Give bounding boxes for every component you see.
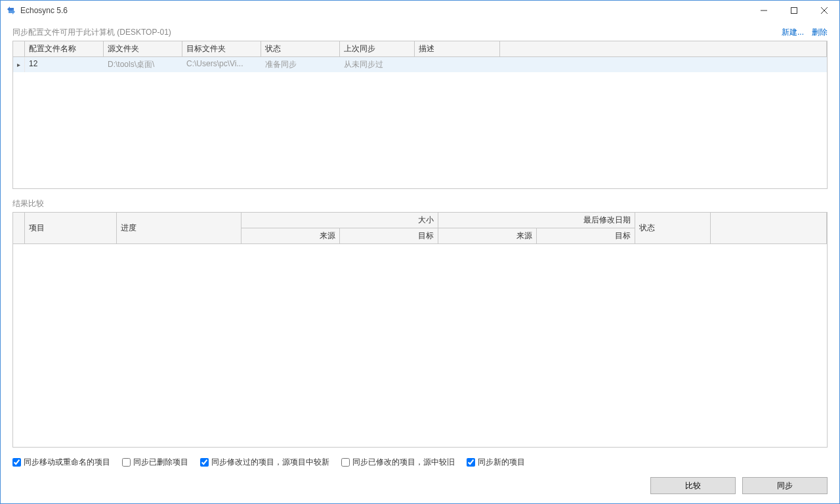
- col-modified[interactable]: 最后修改日期: [438, 213, 635, 228]
- cell-description: [415, 57, 500, 72]
- results-grid-body[interactable]: [13, 244, 827, 447]
- col-target[interactable]: 目标文件夹: [182, 41, 261, 57]
- col-result-status[interactable]: 状态: [635, 213, 711, 244]
- chk-sync-deleted[interactable]: 同步已删除项目: [122, 457, 188, 468]
- chk-sync-moved-input[interactable]: [12, 458, 21, 467]
- col-result-spacer: [711, 213, 827, 244]
- col-status[interactable]: 状态: [261, 41, 340, 57]
- svg-rect-1: [791, 8, 797, 14]
- app-window: Echosync 5.6 同步配置文件可用于此计算机 (DESKTOP-01) …: [0, 0, 840, 504]
- chk-sync-modified-newer[interactable]: 同步修改过的项目，源项目中较新: [200, 457, 329, 468]
- profiles-grid-header: 配置文件名称 源文件夹 目标文件夹 状态 上次同步 描述: [13, 41, 827, 57]
- options-bar: 同步移动或重命名的项目 同步已删除项目 同步修改过的项目，源项目中较新 同步已修…: [12, 457, 828, 468]
- row-indicator-icon: ▸: [13, 57, 25, 72]
- chk-sync-modified-newer-label: 同步修改过的项目，源项目中较新: [211, 457, 329, 468]
- minimize-button[interactable]: [749, 1, 779, 20]
- maximize-button[interactable]: [779, 1, 809, 20]
- col-source[interactable]: 源文件夹: [104, 41, 182, 57]
- row-indicator-header: [13, 41, 25, 57]
- col-description[interactable]: 描述: [415, 41, 500, 57]
- cell-status: 准备同步: [261, 57, 340, 72]
- content-area: 同步配置文件可用于此计算机 (DESKTOP-01) 新建... 删除 配置文件…: [1, 20, 839, 503]
- cell-last-sync: 从未同步过: [340, 57, 415, 72]
- chk-sync-modified-older[interactable]: 同步已修改的项目，源中较旧: [341, 457, 455, 468]
- chk-sync-moved-label: 同步移动或重命名的项目: [24, 457, 110, 468]
- col-spacer: [500, 41, 827, 57]
- col-size[interactable]: 大小: [242, 213, 438, 228]
- profiles-label: 同步配置文件可用于此计算机 (DESKTOP-01): [12, 27, 774, 38]
- compare-button[interactable]: 比较: [650, 477, 736, 494]
- chk-sync-deleted-input[interactable]: [122, 458, 131, 467]
- chk-sync-new-input[interactable]: [467, 458, 475, 467]
- sync-button[interactable]: 同步: [742, 477, 828, 494]
- results-grid-header: 项目 进度 大小 来源 目标 最后修改日期 来源 目标: [13, 213, 827, 244]
- chk-sync-new[interactable]: 同步新的项目: [467, 457, 525, 468]
- window-controls: [749, 1, 839, 20]
- col-item[interactable]: 项目: [25, 213, 117, 244]
- new-profile-link[interactable]: 新建...: [782, 27, 804, 38]
- col-modified-source[interactable]: 来源: [438, 228, 537, 244]
- button-bar: 比较 同步: [12, 477, 828, 494]
- cell-target: C:\Users\pc\Vi...: [182, 57, 261, 72]
- profiles-grid: 配置文件名称 源文件夹 目标文件夹 状态 上次同步 描述 ▸ 12 D:\too…: [12, 41, 828, 189]
- profiles-grid-body[interactable]: ▸ 12 D:\tools\桌面\ C:\Users\pc\Vi... 准备同步…: [13, 57, 827, 188]
- col-size-source[interactable]: 来源: [242, 228, 340, 244]
- chk-sync-modified-older-label: 同步已修改的项目，源中较旧: [352, 457, 455, 468]
- col-profile-name[interactable]: 配置文件名称: [25, 41, 104, 57]
- window-title: Echosync 5.6: [20, 6, 749, 15]
- cell-profile-name: 12: [25, 57, 104, 72]
- results-grid: 项目 进度 大小 来源 目标 最后修改日期 来源 目标: [12, 212, 828, 448]
- titlebar: Echosync 5.6: [1, 1, 839, 20]
- chk-sync-modified-newer-input[interactable]: [200, 458, 209, 467]
- col-progress[interactable]: 进度: [117, 213, 242, 244]
- chk-sync-new-label: 同步新的项目: [478, 457, 525, 468]
- chk-sync-deleted-label: 同步已删除项目: [133, 457, 188, 468]
- results-label: 结果比较: [12, 198, 828, 209]
- col-modified-target[interactable]: 目标: [537, 228, 635, 244]
- table-row[interactable]: ▸ 12 D:\tools\桌面\ C:\Users\pc\Vi... 准备同步…: [13, 57, 827, 72]
- app-icon: [6, 5, 16, 16]
- close-button[interactable]: [809, 1, 839, 20]
- cell-spacer: [500, 57, 827, 72]
- cell-source: D:\tools\桌面\: [104, 57, 182, 72]
- profiles-header: 同步配置文件可用于此计算机 (DESKTOP-01) 新建... 删除: [12, 27, 828, 38]
- col-size-target[interactable]: 目标: [340, 228, 438, 244]
- chk-sync-modified-older-input[interactable]: [341, 458, 350, 467]
- row-indicator-header: [13, 213, 25, 244]
- col-last-sync[interactable]: 上次同步: [340, 41, 415, 57]
- chk-sync-moved[interactable]: 同步移动或重命名的项目: [12, 457, 110, 468]
- delete-profile-link[interactable]: 删除: [812, 27, 828, 38]
